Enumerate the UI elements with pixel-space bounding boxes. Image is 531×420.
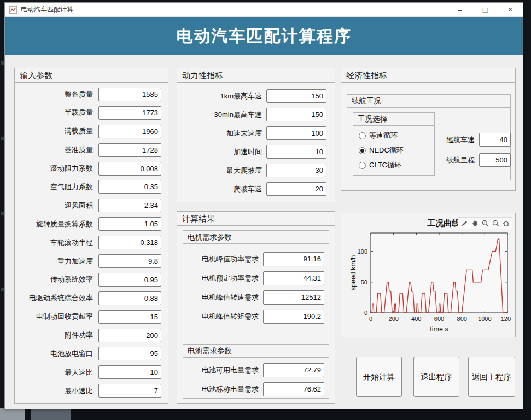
battery-discharge-window-input[interactable]: 95 (98, 347, 161, 360)
pan-icon[interactable] (470, 219, 479, 228)
brush-icon[interactable] (460, 219, 469, 228)
svg-text:time s: time s (430, 325, 448, 333)
desktop-icon (1, 61, 4, 65)
field-row: 电池放电窗口95 (16, 347, 160, 360)
field-label: 续航里程 (432, 155, 475, 165)
zoom-in-icon[interactable] (481, 219, 489, 228)
exit-program-button[interactable]: 退出程序 (413, 357, 459, 397)
field-row: 电制动回收贡献率15 (16, 310, 160, 324)
field-label: 电驱动系统综合效率 (16, 293, 93, 303)
grade-speed-input[interactable]: 20 (266, 182, 326, 196)
field-row: 电机峰值功率需求91.16 (183, 252, 324, 266)
field-row: 最小速比7 (16, 384, 160, 398)
field-label: 传动系统效率 (16, 275, 93, 284)
half-load-mass-input[interactable]: 1773 (98, 106, 161, 120)
field-label: 滚动阻力系数 (16, 164, 93, 173)
field-row: 整备质量1585 (16, 88, 160, 101)
min-speed-ratio-input[interactable]: 7 (98, 384, 161, 398)
field-row: 传动系统效率0.95 (16, 273, 160, 287)
taskbar-item (31, 408, 71, 420)
maximize-button[interactable]: □ (472, 3, 498, 17)
field-row: 附件功率200 (16, 329, 160, 342)
field-row: 1km最高车速150 (177, 89, 325, 103)
field-label: 重力加速度 (16, 256, 93, 266)
accessory-power-input[interactable]: 200 (98, 329, 161, 342)
max-speed-1km-input[interactable]: 150 (266, 89, 326, 103)
field-label: 电机峰值转矩需求 (183, 312, 259, 322)
accel-time-input[interactable]: 10 (266, 145, 326, 159)
return-main-button[interactable]: 返回主程序 (468, 357, 515, 397)
reference-mass-input[interactable]: 1728 (98, 143, 161, 157)
svg-text:1000: 1000 (478, 316, 491, 322)
field-row: 半载质量1773 (16, 106, 160, 120)
svg-text:50: 50 (361, 279, 367, 285)
field-row: 加速末速度100 (177, 126, 325, 140)
zoom-out-icon[interactable] (491, 219, 500, 228)
max-gradeability-input[interactable]: 30 (266, 164, 326, 177)
field-label: 加速时间 (177, 147, 262, 157)
rotating-mass-coeff-input[interactable]: 1.05 (98, 217, 161, 231)
driving-range-row: 续航里程 500 (432, 153, 511, 167)
field-label: 最大爬坡度 (177, 166, 262, 176)
svg-text:800: 800 (457, 316, 467, 322)
field-row: 最大速比10 (16, 365, 160, 379)
field-row: 迎风面积2.34 (16, 199, 160, 212)
full-load-mass-input[interactable]: 1960 (98, 125, 161, 138)
field-row: 爬坡车速20 (177, 182, 325, 196)
field-row: 电驱动系统综合效率0.88 (16, 291, 160, 305)
field-label: 车轮滚动半径 (16, 238, 93, 248)
home-icon[interactable] (501, 219, 510, 228)
gravity-accel-input[interactable]: 9.8 (98, 254, 161, 268)
battery-nominal-energy-output[interactable]: 76.62 (263, 382, 324, 396)
radio-nedc-cycle[interactable]: NEDC循环 (359, 145, 434, 155)
motor-rated-power-output[interactable]: 44.31 (263, 271, 324, 285)
motor-peak-torque-output[interactable]: 190.2 (263, 310, 324, 324)
drive-system-efficiency-input[interactable]: 0.88 (98, 291, 161, 305)
field-label: 最小速比 (16, 386, 93, 396)
rolling-resistance-input[interactable]: 0.008 (98, 162, 161, 176)
accel-final-speed-input[interactable]: 100 (266, 126, 326, 140)
max-speed-ratio-input[interactable]: 10 (98, 365, 161, 379)
transmission-efficiency-input[interactable]: 0.95 (98, 273, 161, 287)
motor-peak-speed-output[interactable]: 12512 (263, 290, 324, 305)
svg-text:0: 0 (364, 310, 367, 316)
field-label: 最大速比 (16, 368, 93, 377)
app-title: 电动汽车匹配计算程序 (177, 25, 352, 48)
field-row: 电机峰值转矩需求190.2 (183, 310, 324, 324)
svg-text:400: 400 (411, 316, 421, 322)
svg-text:speed km/h: speed km/h (349, 255, 357, 291)
radio-icon (359, 132, 366, 139)
field-label: 30min最高车速 (177, 110, 262, 120)
frontal-area-input[interactable]: 2.34 (98, 199, 161, 212)
field-label: 爬坡车速 (177, 184, 262, 194)
cruise-speed-input[interactable]: 40 (479, 133, 511, 147)
regen-contribution-input[interactable]: 15 (98, 310, 161, 324)
close-button[interactable]: × (498, 3, 523, 17)
curb-mass-input[interactable]: 1585 (98, 88, 161, 101)
window-controls: – □ × (447, 3, 523, 17)
radio-cltc-cycle[interactable]: CLTC循环 (359, 160, 434, 170)
max-speed-30min-input[interactable]: 150 (266, 108, 326, 121)
economy-panel-title: 经济性指标 (341, 68, 515, 83)
battery-usable-energy-output[interactable]: 72.79 (263, 363, 324, 377)
economy-panel: 经济性指标 续航工况 工况选择 等速循环 NEDC循环 CLTC循 (341, 68, 516, 191)
radio-label: 等速循环 (369, 131, 398, 141)
field-label: 电池可用电量需求 (183, 365, 259, 375)
start-calculation-button[interactable]: 开始计算 (356, 357, 402, 397)
radio-constant-speed-cycle[interactable]: 等速循环 (359, 131, 434, 141)
field-label: 空气阻力系数 (16, 182, 93, 192)
titlebar: 电动汽车匹配计算 – □ × (5, 3, 523, 17)
air-drag-coeff-input[interactable]: 0.35 (98, 180, 161, 194)
app-window: 电动汽车匹配计算 – □ × 电动汽车匹配计算程序 输入参数 整备质量1585 … (4, 2, 523, 408)
svg-text:1200: 1200 (501, 316, 511, 322)
motor-peak-power-output[interactable]: 91.16 (263, 252, 324, 266)
field-row: 电池可用电量需求72.79 (183, 363, 324, 377)
field-row: 重力加速度9.8 (16, 254, 160, 268)
svg-text:200: 200 (389, 316, 399, 322)
wheel-radius-input[interactable]: 0.318 (98, 236, 161, 249)
driving-range-input[interactable]: 500 (479, 153, 511, 167)
field-label: 基准质量 (16, 145, 93, 155)
svg-text:600: 600 (434, 316, 444, 322)
radio-label: CLTC循环 (369, 160, 401, 170)
minimize-button[interactable]: – (447, 3, 472, 17)
